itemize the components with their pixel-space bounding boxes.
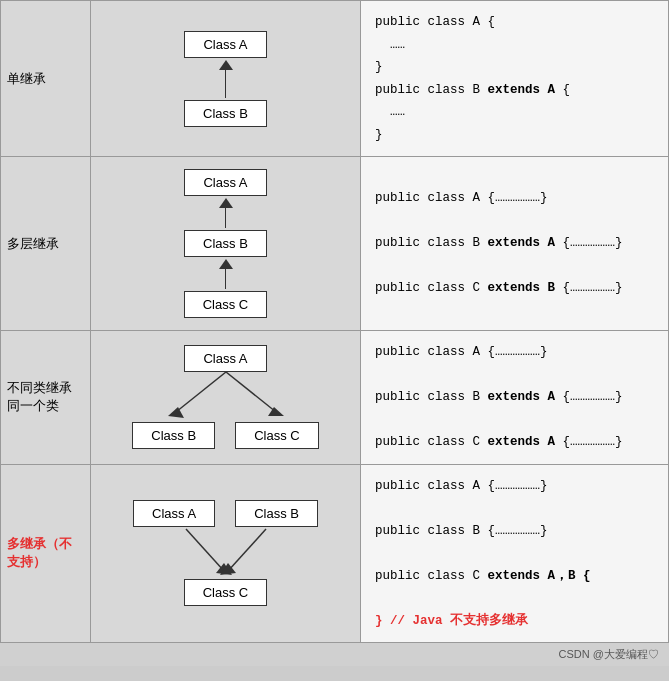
class-b-box: Class B xyxy=(184,100,267,127)
row-multi-inherit: 多继承（不支持） Class A Class B xyxy=(1,464,669,643)
code-single: public class A { …… } public class B ext… xyxy=(361,1,669,157)
arrow-line-1 xyxy=(225,208,227,228)
svg-line-4 xyxy=(186,529,224,571)
diagram-diff-same: Class A Class B Class C xyxy=(91,331,361,465)
class-a-ml: Class A xyxy=(184,169,266,196)
row-diff-same: 不同类继承同一个类 Class A Class B xyxy=(1,331,669,465)
multi-inherit-diag: Class A Class B Class C xyxy=(99,500,352,606)
converge-arrows xyxy=(136,527,316,579)
svg-line-6 xyxy=(228,529,266,571)
class-a-mi: Class A xyxy=(133,500,215,527)
row-single: 单继承 Class A Class B public class A { …… … xyxy=(1,1,669,157)
svg-marker-1 xyxy=(168,407,184,418)
arrow-head-2 xyxy=(219,259,233,269)
converge-svg xyxy=(136,527,316,579)
fork-svg xyxy=(146,372,306,422)
label-multi-inherit: 多继承（不支持） xyxy=(1,464,91,643)
class-b-ds: Class B xyxy=(132,422,215,449)
diagram-multi-inherit: Class A Class B Class C xyxy=(91,464,361,643)
main-table: 单继承 Class A Class B public class A { …… … xyxy=(0,0,669,643)
class-b-ml: Class B xyxy=(184,230,267,257)
class-c-ml: Class C xyxy=(184,291,268,318)
arrow-head-up xyxy=(219,60,233,70)
class-b-mi: Class B xyxy=(235,500,318,527)
code-diff-same: public class A {………………} public class B e… xyxy=(361,331,669,465)
diff-same-diagram: Class A Class B Class C xyxy=(99,345,352,449)
single-inherit-diagram: Class A Class B xyxy=(99,31,352,127)
label-single: 单继承 xyxy=(1,1,91,157)
svg-line-0 xyxy=(176,372,226,412)
arrow-line-2 xyxy=(225,269,227,289)
class-c-ds: Class C xyxy=(235,422,319,449)
code-multilevel: public class A {………………} public class B e… xyxy=(361,157,669,331)
row-multilevel: 多层继承 Class A Class B Class C public clas… xyxy=(1,157,669,331)
arrow-head-1 xyxy=(219,198,233,208)
diagram-single: Class A Class B xyxy=(91,1,361,157)
multilevel-diagram: Class A Class B Class C xyxy=(99,169,352,318)
class-a-ds: Class A xyxy=(184,345,266,372)
class-c-mi: Class C xyxy=(184,579,268,606)
footer: CSDN @大爱编程♡ xyxy=(0,643,669,666)
arrow-line xyxy=(225,70,227,98)
svg-line-2 xyxy=(226,372,276,412)
label-diff-same: 不同类继承同一个类 xyxy=(1,331,91,465)
fork-arrows xyxy=(146,372,306,422)
diagram-multilevel: Class A Class B Class C xyxy=(91,157,361,331)
class-a-box: Class A xyxy=(184,31,266,58)
code-multi-inherit: public class A {………………} public class B {… xyxy=(361,464,669,643)
label-multilevel: 多层继承 xyxy=(1,157,91,331)
